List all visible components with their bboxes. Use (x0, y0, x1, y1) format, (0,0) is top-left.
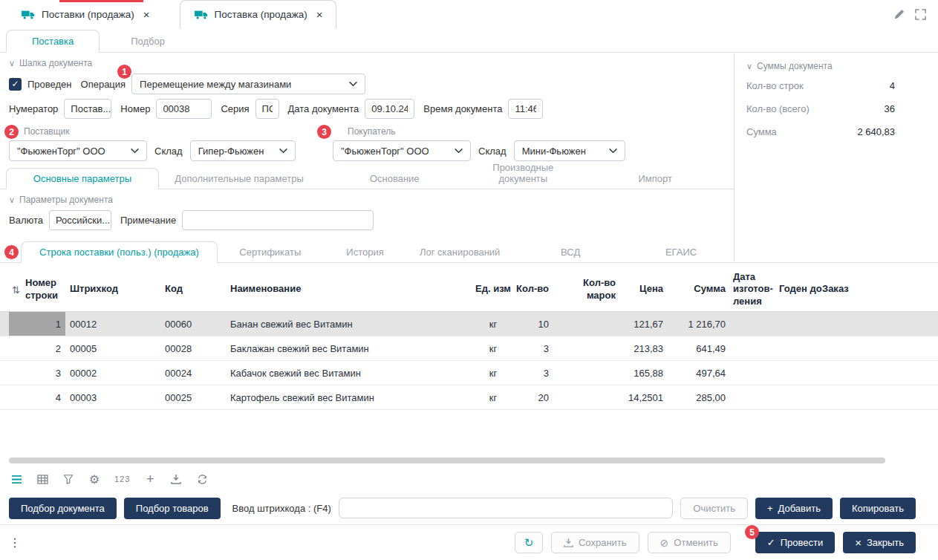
series-input[interactable] (255, 99, 279, 119)
tab-supply-rows[interactable]: Строка поставки (польз.) (продажа) (21, 241, 218, 263)
section-title: Шапка документа (19, 58, 92, 68)
table-row[interactable]: 40000300025Картофель свежий вес Витаминк… (0, 385, 938, 410)
tab-additional-parameters[interactable]: Дополнительные параметры (159, 169, 319, 189)
section-document-header[interactable]: ∨ Шапка документа (0, 53, 734, 71)
post-button[interactable]: ✓ Провести (755, 532, 835, 553)
col-header-expiry[interactable]: Годен до (779, 283, 822, 295)
cell-name: Картофель свежий вес Витамин (226, 385, 471, 409)
doc-date-input[interactable] (365, 99, 414, 119)
tab-derived-documents[interactable]: Производные документы (469, 157, 576, 189)
currency-picker[interactable]: Российски... (49, 210, 111, 230)
tab-certificates[interactable]: Сертификаты (218, 242, 323, 262)
section-document-parameters[interactable]: ∨ Параметры документа (0, 189, 734, 208)
post-label: Провести (781, 537, 824, 548)
cell-order (822, 385, 856, 409)
numerator-picker[interactable]: Постав... (64, 99, 111, 119)
col-header-price[interactable]: Цена (616, 283, 671, 295)
cell-code: 00024 (160, 361, 226, 385)
number-input[interactable] (156, 99, 212, 119)
fullscreen-icon[interactable] (915, 9, 926, 20)
close-icon[interactable]: × (316, 9, 323, 20)
posted-checkbox[interactable]: ✓ (9, 78, 22, 91)
close-button[interactable]: × Закрыть (843, 532, 916, 553)
tab-basis[interactable]: Основание (319, 169, 469, 189)
cell-expiry (779, 336, 822, 360)
sort-icon[interactable]: ⇅ (12, 284, 20, 295)
operation-select[interactable]: Перемещение между магазинами (131, 74, 365, 94)
col-header-barcode[interactable]: Штрихкод (65, 283, 160, 295)
refresh-icon: ↻ (524, 536, 534, 550)
table-row[interactable]: 20000500028Баклажан свежий вес Витаминкг… (0, 336, 938, 361)
chevron-down-icon (131, 149, 139, 154)
grid-tab-bar: Строка поставки (польз.) (продажа) Серти… (0, 241, 734, 262)
totals-row-lines: Кол-во строк 4 (735, 74, 938, 97)
tab-postavka[interactable]: Поставка (6, 30, 100, 53)
pick-document-button[interactable]: Подбор документа (9, 498, 117, 519)
numerator-label: Нумератор (9, 103, 58, 114)
add-button[interactable]: + Добавить (755, 498, 833, 519)
clear-button[interactable]: Очистить (680, 498, 748, 519)
add-row-icon[interactable]: + (144, 472, 156, 487)
supplier-select[interactable]: "ФьюженТорг" ООО (9, 140, 147, 161)
totals-label: Кол-во (всего) (746, 103, 810, 114)
section-document-totals[interactable]: ∨ Суммы документа (735, 56, 938, 74)
export-download-icon[interactable] (170, 474, 182, 484)
horizontal-scrollbar[interactable] (0, 455, 938, 466)
table-row[interactable]: 10001200060Банан свежий вес Витаминкг101… (0, 312, 938, 336)
repeat-icon[interactable] (196, 475, 208, 484)
tab-main-parameters[interactable]: Основные параметры (6, 168, 159, 189)
buyer-select[interactable]: "ФьюженТорг" ООО (333, 140, 471, 161)
supplier-warehouse-select[interactable]: Гипер-Фьюжен (190, 140, 296, 161)
cell-expiry (779, 385, 822, 409)
plus-icon: + (767, 503, 773, 514)
scrollbar-thumb[interactable] (9, 458, 885, 463)
tab-supplies-list[interactable]: Поставки (продажа) × (12, 0, 159, 28)
buyer-warehouse-label: Склад (478, 146, 507, 157)
close-icon[interactable]: × (143, 9, 150, 20)
series-label: Серия (221, 103, 249, 114)
cell-barcode: 00005 (65, 336, 160, 360)
col-header-code[interactable]: Код (160, 283, 226, 295)
totals-value: 4 (890, 80, 895, 91)
copy-button[interactable]: Копировать (840, 498, 916, 519)
table-row[interactable]: 30000200024Кабачок свежий вес Витаминкг3… (0, 361, 938, 385)
col-header-name[interactable]: Наименование (226, 283, 471, 295)
numbering-icon[interactable]: 123 (114, 475, 130, 484)
kebab-menu-icon[interactable]: ⋮ (9, 535, 21, 550)
note-input[interactable] (182, 210, 374, 230)
cell-order (822, 312, 856, 336)
col-header-qty[interactable]: Кол-во (515, 283, 556, 295)
list-view-icon[interactable] (10, 475, 22, 484)
totals-row-quantity: Кол-во (всего) 36 (735, 97, 938, 120)
edit-pencil-icon[interactable] (893, 9, 905, 20)
cell-num: 2 (9, 336, 65, 360)
tab-podbor[interactable]: Подбор (100, 30, 196, 52)
save-button[interactable]: Сохранить (551, 532, 639, 553)
cell-price: 213,83 (616, 336, 671, 360)
tab-supply-document[interactable]: Поставка (продажа) × (180, 0, 337, 28)
col-header-order[interactable]: Заказ (822, 283, 856, 295)
col-header-sum[interactable]: Сумма (671, 283, 733, 295)
doc-time-input[interactable] (508, 99, 543, 119)
grid-view-icon[interactable] (36, 475, 48, 484)
cancel-button[interactable]: ⊘ Отменить (648, 532, 731, 553)
gear-icon[interactable]: ⚙ (88, 472, 100, 486)
tab-history[interactable]: История (323, 242, 407, 262)
filter-icon[interactable] (62, 474, 74, 484)
cell-unit: кг (471, 336, 515, 360)
parameter-tab-bar: Основные параметры Дополнительные параме… (0, 167, 734, 189)
col-header-marks[interactable]: Кол-во марок (556, 277, 616, 302)
note-label: Примечание (120, 215, 176, 226)
collapse-chevron-icon: ∨ (746, 62, 752, 71)
pick-goods-button[interactable]: Подбор товаров (124, 498, 221, 519)
cell-price: 14,2501 (616, 385, 671, 409)
tab-scan-log[interactable]: Лог сканирований (407, 242, 512, 262)
tab-vsd[interactable]: ВСД (512, 242, 628, 262)
refresh-button[interactable]: ↻ (515, 532, 543, 553)
col-header-unit[interactable]: Ед. изм (471, 283, 515, 295)
section-title: Суммы документа (757, 61, 833, 71)
tab-egais[interactable]: ЕГАИС (628, 242, 734, 262)
barcode-input[interactable] (339, 498, 674, 518)
col-header-mfg-date[interactable]: Дата изготов­-ления (733, 271, 779, 307)
tab-import[interactable]: Импорт (576, 169, 734, 189)
